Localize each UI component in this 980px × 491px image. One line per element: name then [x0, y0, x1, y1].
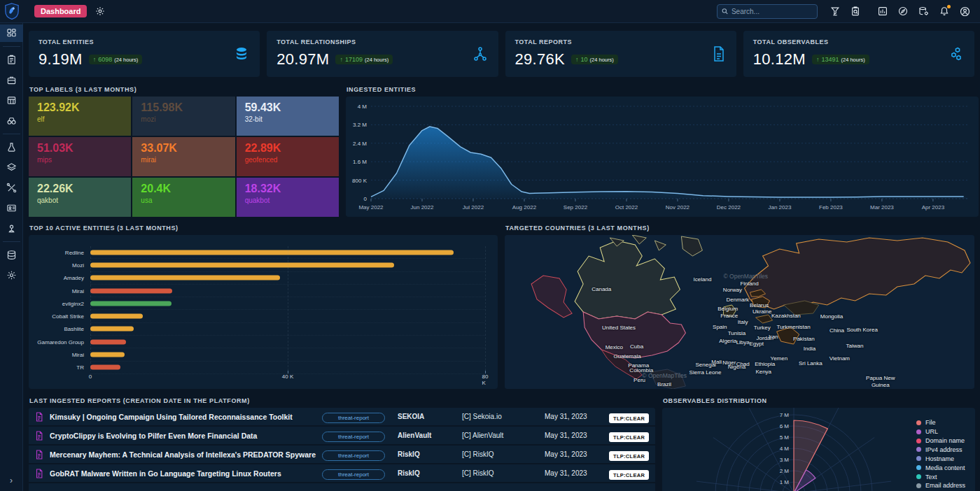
map-country-label: Spain — [713, 324, 727, 331]
map-country-label: Finland — [740, 280, 758, 287]
top-active-entities-section: TOP 10 ACTIVE ENTITIES (3 LAST MONTHS) R… — [29, 225, 498, 389]
sidebar-item-data[interactable] — [0, 246, 23, 264]
report-document-icon — [711, 45, 727, 62]
sidebar-item-settings[interactable] — [0, 266, 23, 284]
sidebar-item-arsenal[interactable] — [0, 159, 23, 176]
svg-text:6 M: 6 M — [780, 423, 790, 429]
sidebar-item-cases[interactable] — [0, 71, 23, 89]
stat-value: 29.76K — [515, 50, 566, 69]
tile-label: quakbot — [245, 197, 330, 204]
stat-value: 20.97M — [276, 50, 329, 69]
stat-card-total-reports[interactable]: TOTAL REPORTS 29.76K ↑ 10 (24 hours) — [505, 31, 736, 77]
report-title: GobRAT Malware Written in Go Language Ta… — [50, 469, 322, 478]
sidebar-item-locations[interactable] — [0, 220, 23, 237]
account-icon[interactable] — [960, 6, 970, 17]
map-country-label: Niger — [722, 360, 736, 367]
tlp-clear-badge: TLP:CLEAR — [609, 413, 649, 423]
sidebar-item-techniques[interactable] — [0, 179, 23, 197]
top-label-tile[interactable]: 18.32Kquakbot — [237, 178, 339, 217]
sidebar-item-entities[interactable] — [0, 199, 23, 217]
top-label-tile[interactable]: 20.4Kusa — [132, 178, 234, 217]
insights-icon[interactable] — [878, 6, 888, 16]
bar-chart-row: Mozi — [34, 259, 485, 271]
report-row[interactable]: GobRAT Malware Written in Go Language Ta… — [29, 464, 655, 483]
explore-icon[interactable] — [898, 6, 908, 16]
report-row[interactable]: CryptoClippy is Evolving to Pilfer Even … — [29, 427, 655, 446]
notifications-icon[interactable] — [939, 6, 949, 16]
map-country-label: Guatemala — [614, 353, 641, 360]
report-title: Mercenary Mayhem: A Technical Analysis o… — [50, 450, 322, 459]
delta-up-arrow-icon: ↑ — [93, 56, 97, 63]
top-label-tile[interactable]: 123.92Kelf — [29, 97, 131, 136]
search-input[interactable] — [732, 8, 813, 15]
report-date: May 31, 2023 — [545, 450, 609, 458]
legend-item: Media content — [916, 464, 965, 471]
targeted-countries-map[interactable]: CanadaUnited StatesMexicoCubaGuatemalaPa… — [505, 235, 974, 389]
dashboard-chip[interactable]: Dashboard — [34, 5, 87, 17]
report-row[interactable]: Mercenary Mayhem: A Technical Analysis o… — [29, 446, 655, 464]
bar — [90, 339, 126, 344]
map-country-label: Denmark — [727, 297, 749, 304]
report-title: CryptoClippy is Evolving to Pilfer Even … — [50, 432, 322, 440]
tile-value: 115.98K — [141, 101, 226, 114]
svg-text:1 M: 1 M — [780, 479, 790, 485]
opencti-logo-icon[interactable] — [0, 3, 23, 20]
svg-text:800 K: 800 K — [352, 178, 368, 184]
sidebar-item-events[interactable] — [0, 92, 23, 109]
stat-value: 9.19M — [38, 50, 83, 69]
top-label-tile[interactable]: 59.43K32-bit — [237, 97, 339, 136]
observations-icon — [6, 115, 17, 126]
reports-list: Kimsuky | Ongoing Campaign Using Tailore… — [29, 408, 655, 491]
targeted-countries-title: TARGETED COUNTRIES (3 LAST MONTHS) — [505, 225, 974, 232]
stat-card-total-entities[interactable]: TOTAL ENTITIES 9.19M ↑ 6098 (24 hours) — [29, 31, 260, 77]
bar-category-label: Amadey — [34, 275, 90, 281]
map-country-label: Mongolia — [820, 313, 843, 320]
report-title: Kimsuky | Ongoing Campaign Using Tailore… — [50, 413, 322, 421]
svg-text:Sep 2022: Sep 2022 — [564, 204, 588, 211]
svg-text:5 M: 5 M — [780, 434, 790, 441]
tile-value: 51.03K — [37, 142, 122, 155]
search-box[interactable] — [717, 4, 818, 19]
legend-dot — [916, 447, 921, 452]
bar — [90, 276, 280, 280]
report-row-partial[interactable] — [29, 483, 655, 491]
map-country-label: Tunisia — [728, 330, 746, 337]
svg-text:Oct 2022: Oct 2022 — [615, 204, 638, 211]
sidebar-collapse-chevron-icon[interactable]: › — [10, 476, 13, 485]
entities-icon — [6, 203, 17, 213]
map-country-label: Sierra Leone — [690, 369, 722, 376]
filter-icon[interactable] — [830, 6, 840, 16]
map-country-label: Brazil — [657, 381, 671, 388]
top-label-tile[interactable]: 115.98Kmozi — [132, 97, 234, 136]
top-label-tile[interactable]: 22.26Kqakbot — [29, 178, 131, 217]
report-row[interactable]: Kimsuky | Ongoing Campaign Using Tailore… — [29, 408, 655, 427]
bar-chart-row: Redline — [34, 246, 485, 259]
top-active-entities-chart: RedlineMoziAmadeyMiraievilginx2Cobalt St… — [29, 235, 498, 389]
top-label-tile[interactable]: 51.03Kmips — [29, 137, 131, 176]
dashboard-settings-gear-icon[interactable] — [95, 6, 105, 16]
clipboard-search-icon[interactable] — [850, 6, 860, 16]
tlp-clear-badge: TLP:CLEAR — [609, 432, 649, 442]
bar-x-tick-label: 80 K — [482, 373, 489, 386]
report-type-chip-wrap: threat-report — [322, 448, 398, 461]
map-country-label: Ethiopia — [755, 361, 775, 368]
sidebar-item-analyses[interactable] — [0, 51, 23, 69]
top-label-tile[interactable]: 22.89Kgeofenced — [237, 137, 339, 176]
map-country-label: Kazakhstan — [771, 313, 801, 320]
legend-dot — [916, 474, 921, 479]
data-sharing-icon[interactable] — [918, 6, 929, 16]
svg-text:Nov 2022: Nov 2022 — [666, 204, 690, 211]
observables-distribution-title: OBSERVABLES DISTRIBUTION — [663, 397, 975, 404]
bar-category-label: evilginx2 — [34, 301, 90, 307]
stat-card-total-observables[interactable]: TOTAL OBSERVABLES 10.12M ↑ 13491 (24 hou… — [743, 31, 974, 77]
sidebar-item-dashboard[interactable] — [0, 24, 23, 42]
svg-text:Jun 2022: Jun 2022 — [411, 204, 434, 211]
sidebar-item-observations[interactable] — [0, 112, 23, 129]
stat-card-total-relationships[interactable]: TOTAL RELATIONSHIPS 20.97M ↑ 17109 (24 h… — [267, 31, 498, 77]
tile-label: 32-bit — [245, 115, 330, 123]
legend-item: File — [916, 420, 965, 426]
notification-badge — [947, 5, 951, 8]
sidebar-item-threats[interactable] — [0, 138, 23, 156]
top-label-tile[interactable]: 33.07Kmirai — [132, 137, 234, 176]
map-country-label: Cuba — [630, 343, 643, 350]
